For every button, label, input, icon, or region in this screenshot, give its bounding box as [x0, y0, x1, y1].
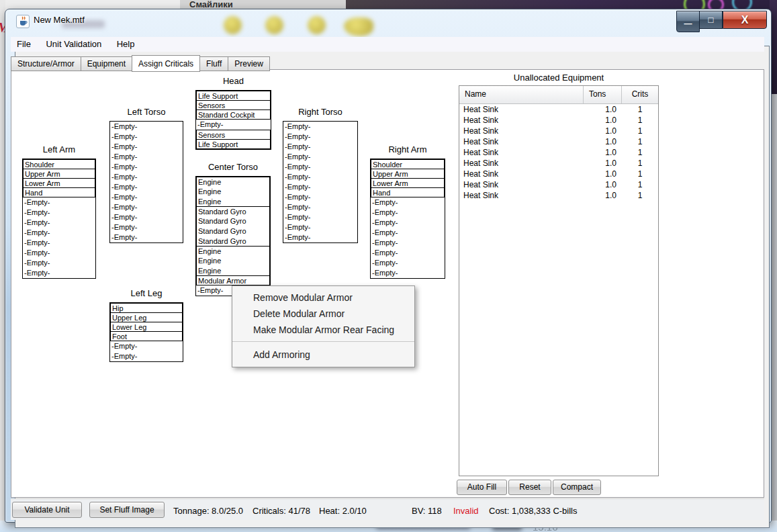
auto-fill-button[interactable]: Auto Fill	[457, 480, 507, 495]
crit-slot[interactable]: -Empty-	[283, 232, 357, 242]
context-menu-item[interactable]: Make Modular Armor Rear Facing	[232, 322, 414, 338]
crit-slot[interactable]: Standard Gyro	[196, 226, 270, 236]
crit-slot[interactable]: Upper Arm	[371, 169, 445, 179]
crit-slot[interactable]: -Empty-	[110, 202, 183, 212]
crit-slot[interactable]: -Empty-	[283, 122, 357, 132]
context-menu-item[interactable]: Add Armoring	[232, 341, 414, 363]
column-header-tons[interactable]: Tons	[584, 86, 622, 103]
crit-slot[interactable]: -Empty-	[23, 258, 95, 268]
crit-slot[interactable]: Shoulder	[23, 159, 95, 169]
column-header-crits[interactable]: Crits	[622, 86, 658, 103]
crit-slot[interactable]: -Empty-	[23, 228, 95, 238]
crit-slot[interactable]: Engine	[196, 177, 270, 187]
crit-slot[interactable]: -Empty-	[371, 238, 445, 248]
table-row[interactable]: Heat Sink 1.0 1	[459, 169, 658, 179]
table-row[interactable]: Heat Sink 1.0 1	[459, 126, 658, 136]
validate-unit-button[interactable]: Validate Unit	[12, 502, 82, 518]
crit-slot[interactable]: -Empty-	[371, 208, 445, 218]
tab-assign-criticals[interactable]: Assign Criticals	[132, 55, 200, 72]
set-fluff-image-button[interactable]: Set Fluff Image	[89, 502, 165, 518]
crit-slot[interactable]: -Empty-	[23, 208, 95, 218]
crit-slot[interactable]: Hand	[371, 187, 445, 197]
context-menu-item[interactable]: Remove Modular Armor	[232, 290, 414, 306]
crit-slot[interactable]: Engine	[196, 256, 270, 266]
crit-slot[interactable]: -Empty-	[110, 172, 183, 182]
crit-slot[interactable]: Engine	[196, 187, 270, 197]
crit-slot[interactable]: -Empty-	[110, 152, 183, 162]
crit-slot[interactable]: Lower Arm	[23, 178, 95, 188]
crit-slot[interactable]: Engine	[196, 197, 270, 207]
crit-slot[interactable]: -Empty-	[371, 248, 445, 258]
crit-slot[interactable]: Modular Armor	[196, 275, 270, 285]
crit-slot[interactable]: -Empty-	[196, 120, 271, 130]
crit-slot[interactable]: -Empty-	[283, 182, 357, 192]
table-row[interactable]: Heat Sink 1.0 1	[459, 136, 658, 147]
tab-structure-armor[interactable]: Structure/Armor	[11, 56, 81, 71]
crit-slot[interactable]: Hip	[110, 303, 183, 313]
tab-equipment[interactable]: Equipment	[81, 56, 132, 71]
table-row[interactable]: Heat Sink 1.0 1	[459, 115, 658, 126]
crit-slot[interactable]: Engine	[196, 266, 270, 276]
reset-button[interactable]: Reset	[508, 480, 551, 495]
crit-slot[interactable]: -Empty-	[110, 192, 183, 202]
crit-slot[interactable]: Standard Cockpit	[196, 109, 271, 120]
crit-slot[interactable]: -Empty-	[110, 182, 183, 192]
crit-slot[interactable]: -Empty-	[283, 142, 357, 152]
compact-button[interactable]: Compact	[553, 480, 601, 495]
crit-slot[interactable]: Lower Leg	[110, 322, 183, 332]
menu-file[interactable]: File	[11, 37, 37, 52]
crit-slot[interactable]: -Empty-	[110, 212, 183, 222]
crit-slot[interactable]: -Empty-	[371, 197, 445, 208]
table-row[interactable]: Heat Sink 1.0 1	[459, 190, 658, 201]
crit-slot[interactable]: -Empty-	[110, 162, 183, 172]
crit-slot[interactable]: -Empty-	[110, 341, 183, 351]
menu-help[interactable]: Help	[111, 37, 141, 52]
crit-slot[interactable]: -Empty-	[283, 222, 357, 232]
crit-slot[interactable]: -Empty-	[283, 162, 357, 172]
crit-slot[interactable]: Upper Arm	[23, 169, 95, 179]
crit-slot[interactable]: -Empty-	[283, 212, 357, 222]
menu-unit-validation[interactable]: Unit Validation	[40, 37, 107, 52]
table-row[interactable]: Heat Sink 1.0 1	[459, 179, 658, 190]
crit-slot[interactable]: -Empty-	[23, 197, 95, 208]
crit-slot[interactable]: -Empty-	[110, 222, 183, 232]
crit-slot[interactable]: -Empty-	[110, 351, 183, 361]
crit-slot[interactable]: -Empty-	[283, 132, 357, 142]
crit-slot[interactable]: Sensors	[196, 130, 271, 140]
crit-slot[interactable]: -Empty-	[371, 218, 445, 228]
crit-slot[interactable]: -Empty-	[283, 202, 357, 212]
crit-slot[interactable]: -Empty-	[371, 268, 445, 278]
table-row[interactable]: Heat Sink 1.0 1	[459, 147, 658, 158]
crit-slot[interactable]: Standard Gyro	[196, 216, 270, 226]
crit-slot[interactable]: -Empty-	[110, 132, 183, 142]
crit-slot[interactable]: -Empty-	[371, 258, 445, 268]
crit-slot[interactable]: -Empty-	[283, 172, 357, 182]
crit-slot[interactable]: -Empty-	[283, 192, 357, 202]
column-header-name[interactable]: Name	[459, 86, 584, 103]
table-row[interactable]: Heat Sink 1.0 1	[459, 104, 658, 115]
crit-slot[interactable]: Foot	[110, 331, 183, 341]
crit-slot[interactable]: -Empty-	[23, 248, 95, 258]
crit-slot[interactable]: Standard Gyro	[196, 236, 270, 247]
crit-slot[interactable]: Hand	[23, 187, 95, 197]
crit-slot[interactable]: Standard Gyro	[196, 206, 270, 216]
crit-slot[interactable]: Life Support	[196, 91, 271, 101]
crit-slot[interactable]: -Empty-	[110, 122, 183, 132]
crit-slot[interactable]: Upper Leg	[110, 312, 183, 322]
crit-slot[interactable]: Lower Arm	[371, 178, 445, 188]
crit-slot[interactable]: Life Support	[196, 139, 271, 149]
crit-slot[interactable]: -Empty-	[371, 228, 445, 238]
crit-slot[interactable]: -Empty-	[23, 238, 95, 248]
crit-slot[interactable]: -Empty-	[23, 268, 95, 278]
crit-slot[interactable]: -Empty-	[23, 218, 95, 228]
crit-slot[interactable]: -Empty-	[110, 232, 183, 242]
crit-slot[interactable]: Shoulder	[371, 159, 445, 169]
tab-preview[interactable]: Preview	[228, 56, 270, 71]
crit-slot[interactable]: -Empty-	[283, 152, 357, 162]
tab-fluff[interactable]: Fluff	[199, 56, 228, 71]
crit-slot[interactable]: Sensors	[196, 100, 271, 110]
context-menu-item[interactable]: Delete Modular Armor	[232, 306, 414, 322]
table-row[interactable]: Heat Sink 1.0 1	[459, 158, 658, 169]
crit-slot[interactable]: -Empty-	[110, 142, 183, 152]
crit-slot[interactable]: Engine	[196, 246, 270, 256]
